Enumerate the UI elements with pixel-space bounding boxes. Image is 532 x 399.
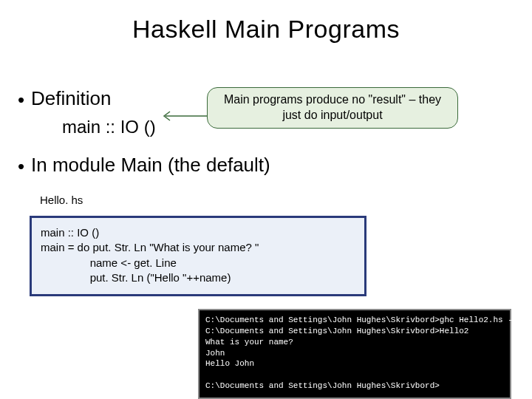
code-box: main :: IO () main = do put. Str. Ln "Wh… xyxy=(30,216,366,296)
callout-pointer xyxy=(160,115,207,116)
bullet-module: In module Main (the default) xyxy=(31,154,270,177)
filename-label: Hello. hs xyxy=(40,194,83,206)
callout-box: Main programs produce no "result" – they… xyxy=(207,87,458,129)
slide-title: Haskell Main Programs xyxy=(0,15,532,44)
main-signature: main :: IO () xyxy=(62,117,156,137)
terminal-output: C:\Documents and Settings\John Hughes\Sk… xyxy=(198,309,511,399)
bullet-definition: Definition xyxy=(31,87,111,110)
